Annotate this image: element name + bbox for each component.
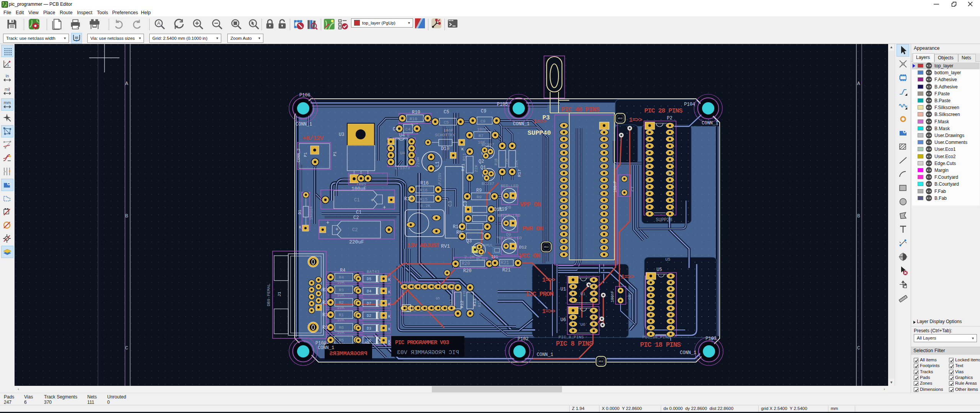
svg-text:BAT43: BAT43 (367, 269, 379, 274)
svg-text:478: 478 (463, 291, 467, 297)
svg-text:R3: R3 (339, 288, 344, 292)
svg-text:YELLOW-LED: YELLOW-LED (497, 236, 522, 240)
svg-text:L1: L1 (435, 162, 440, 167)
svg-text:P105: P105 (497, 102, 508, 107)
svg-text:D2: D2 (367, 314, 371, 318)
svg-text:C5: C5 (444, 120, 449, 125)
svg-text:1N4004: 1N4004 (309, 206, 314, 220)
svg-text:I2C PROM: I2C PROM (526, 291, 554, 298)
svg-text:D4: D4 (367, 289, 371, 294)
svg-text:P1: P1 (333, 152, 337, 156)
svg-text:R14: R14 (453, 224, 461, 230)
svg-text:22K: 22K (474, 165, 479, 172)
svg-text:K: K (388, 315, 390, 319)
svg-text:BC237: BC237 (482, 181, 494, 186)
svg-text:1=>>: 1=>> (621, 274, 634, 281)
svg-text:6.2K: 6.2K (420, 204, 431, 208)
svg-text:LT1373: LT1373 (395, 166, 410, 170)
svg-text:K: K (388, 278, 390, 282)
svg-text:R7: R7 (479, 134, 483, 138)
svg-text:S: S (436, 297, 441, 300)
svg-text:PROGRAMMERS: PROGRAMMERS (329, 351, 367, 357)
svg-text:P2: P2 (667, 116, 672, 121)
svg-text:Q2: Q2 (479, 159, 484, 164)
svg-text:C4: C4 (393, 127, 398, 132)
svg-text:U5: U5 (657, 267, 662, 273)
svg-text:CONN_1: CONN_1 (702, 121, 718, 126)
svg-text:PIC 40 PINS: PIC 40 PINS (561, 106, 599, 113)
svg-text:P2: P2 (667, 170, 672, 175)
svg-text:SUPP40: SUPP40 (528, 129, 551, 137)
svg-text:PIC PROGRAMMER V03: PIC PROGRAMMER V03 (395, 340, 449, 346)
svg-text:R2: R2 (339, 300, 344, 305)
svg-text:+: + (335, 226, 338, 232)
svg-text:R13: R13 (472, 299, 477, 306)
svg-text:D3: D3 (367, 326, 371, 331)
svg-text:CONN_1: CONN_1 (296, 122, 312, 127)
svg-text:C2: C2 (352, 227, 358, 233)
svg-text:CONN_2: CONN_2 (297, 149, 301, 162)
svg-text:10nF: 10nF (443, 128, 453, 133)
svg-text:R13: R13 (478, 300, 482, 307)
svg-text:10K: 10K (337, 293, 345, 297)
svg-text:R9: R9 (477, 195, 482, 199)
svg-text:D5: D5 (367, 277, 371, 281)
svg-text:U6: U6 (580, 322, 585, 327)
svg-text:R9MUL: R9MUL (482, 243, 493, 248)
svg-text:I91: I91 (491, 255, 498, 259)
svg-text:R1: R1 (322, 312, 328, 318)
svg-text:R11: R11 (461, 163, 466, 171)
svg-text:+8/12V: +8/12V (302, 135, 324, 142)
svg-text:P104: P104 (684, 102, 695, 107)
svg-text:R21: R21 (501, 260, 509, 266)
svg-text:R9: R9 (476, 188, 482, 193)
svg-text:VPP ON: VPP ON (520, 201, 541, 208)
svg-text:+: + (326, 220, 329, 226)
svg-text:U4: U4 (399, 133, 405, 138)
svg-text:R20: R20 (462, 261, 470, 266)
svg-text:C1: C1 (354, 198, 359, 203)
svg-text:K: K (388, 302, 390, 307)
svg-text:CONN_1: CONN_1 (680, 350, 696, 356)
svg-text:θ: θ (7, 64, 9, 67)
svg-text:C3: C3 (462, 201, 468, 207)
svg-text:R12: R12 (460, 300, 464, 308)
svg-text:R6: R6 (322, 325, 328, 330)
svg-text:D8: D8 (506, 205, 511, 210)
svg-text:10K: 10K (337, 330, 345, 335)
svg-text:Q3: Q3 (466, 238, 472, 244)
svg-text:P106: P106 (299, 93, 310, 98)
svg-text:D1: D1 (298, 210, 302, 214)
svg-text:K: K (461, 147, 464, 152)
svg-text:R17: R17 (517, 169, 522, 177)
svg-text:D10: D10 (441, 146, 449, 152)
svg-text:R10: R10 (412, 110, 420, 115)
svg-text:PWR ON: PWR ON (522, 225, 543, 232)
svg-text:P1: P1 (304, 152, 308, 157)
svg-text:U1: U1 (560, 287, 566, 292)
svg-text:A: A (157, 21, 160, 26)
svg-text:CONN_1: CONN_1 (537, 352, 553, 357)
svg-text:R8: R8 (456, 230, 462, 235)
svg-text:R4: R4 (339, 275, 344, 280)
svg-text:13V ADJUST: 13V ADJUST (407, 242, 440, 249)
svg-text:1=>>: 1=>> (533, 118, 546, 125)
svg-text:K: K (299, 225, 301, 230)
svg-text:U5: U5 (665, 257, 670, 262)
svg-text:22K: 22K (514, 160, 519, 168)
svg-text:VCC ON: VCC ON (519, 252, 540, 260)
svg-text:100uF: 100uF (351, 186, 366, 192)
svg-text:C2: C2 (353, 215, 359, 220)
svg-text:J1: J1 (277, 291, 282, 297)
svg-text:PIC PROGRAMMER V03: PIC PROGRAMMER V03 (397, 349, 459, 356)
svg-text:R10: R10 (410, 117, 417, 121)
svg-text:PIC 8 PINS: PIC 8 PINS (556, 340, 593, 348)
svg-text:in: in (6, 73, 9, 78)
svg-text:P102: P102 (518, 336, 529, 342)
svg-text:+: + (383, 204, 386, 211)
svg-text:720: 720 (505, 158, 509, 165)
svg-text:220uF: 220uF (349, 239, 364, 245)
svg-text:R20: R20 (463, 268, 472, 274)
svg-text:GREEN-LED: GREEN-LED (498, 213, 521, 218)
svg-text:SCHOTTKY: SCHOTTKY (435, 133, 455, 137)
